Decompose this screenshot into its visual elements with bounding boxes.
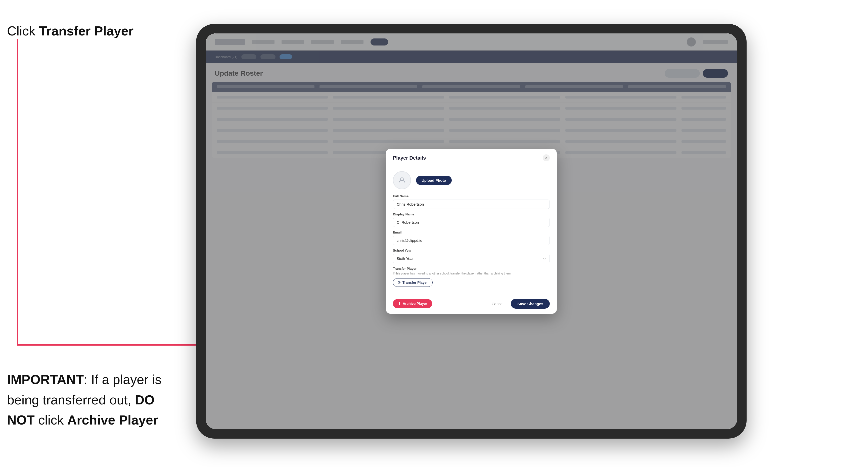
display-name-label: Display Name	[393, 212, 550, 216]
tablet-screen: Dashboard (21) Update Roster	[206, 33, 737, 429]
tablet-frame: Dashboard (21) Update Roster	[196, 24, 747, 439]
instruction-top: Click Transfer Player	[7, 23, 133, 40]
email-label: Email	[393, 230, 550, 234]
full-name-group: Full Name	[393, 194, 550, 209]
school-year-group: School Year Sixth Year	[393, 249, 550, 263]
archive-player-button[interactable]: ⬇ Archive Player	[393, 299, 432, 308]
cancel-button[interactable]: Cancel	[488, 299, 507, 308]
modal-footer: ⬇ Archive Player Cancel Save Changes	[386, 295, 557, 314]
school-year-label: School Year	[393, 249, 550, 252]
arrow-horizontal	[17, 344, 215, 346]
transfer-section-label: Transfer Player	[393, 267, 550, 271]
transfer-player-section: Transfer Player If this player has moved…	[393, 267, 550, 287]
instruction-archive-ref: Archive Player	[67, 413, 158, 427]
photo-upload-row: Upload Photo	[393, 171, 550, 189]
email-input[interactable]	[393, 236, 550, 245]
save-changes-button[interactable]: Save Changes	[511, 299, 550, 309]
player-details-modal: Player Details ×	[386, 149, 557, 314]
instruction-prefix: Click	[7, 24, 39, 38]
transfer-section-desc: If this player has moved to another scho…	[393, 272, 550, 276]
modal-overlay: Player Details ×	[206, 33, 737, 429]
instruction-bold: Transfer Player	[39, 24, 133, 38]
modal-header: Player Details ×	[386, 149, 557, 166]
app-background: Dashboard (21) Update Roster	[206, 33, 737, 429]
transfer-icon: ⟳	[398, 280, 401, 284]
archive-icon: ⬇	[398, 302, 401, 306]
transfer-btn-label: Transfer Player	[402, 280, 428, 284]
transfer-player-button[interactable]: ⟳ Transfer Player	[393, 278, 433, 287]
full-name-input[interactable]	[393, 199, 550, 209]
display-name-input[interactable]	[393, 218, 550, 227]
school-year-select[interactable]: Sixth Year	[393, 254, 550, 263]
close-icon: ×	[545, 156, 547, 160]
archive-btn-label: Archive Player	[403, 302, 427, 306]
arrow-vertical	[17, 39, 18, 346]
instruction-important: IMPORTANT	[7, 372, 84, 387]
avatar-placeholder	[393, 171, 411, 189]
display-name-group: Display Name	[393, 212, 550, 227]
instruction-text2: click	[35, 413, 67, 427]
full-name-label: Full Name	[393, 194, 550, 198]
modal-body: Upload Photo Full Name Display Name	[386, 166, 557, 295]
instruction-bottom: IMPORTANT: If a player is being transfer…	[7, 370, 178, 430]
email-group: Email	[393, 230, 550, 245]
modal-title: Player Details	[393, 155, 426, 161]
close-button[interactable]: ×	[543, 154, 550, 161]
upload-photo-button[interactable]: Upload Photo	[416, 176, 452, 185]
